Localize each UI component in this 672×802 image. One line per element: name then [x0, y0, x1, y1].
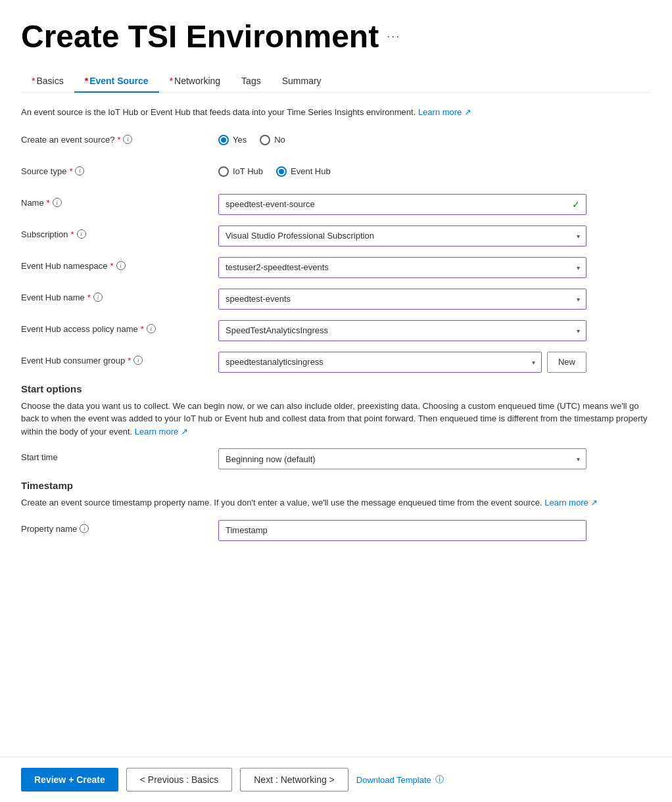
event-hub-consumer-group-select-wrapper: speedtestanalyticsingress ▾ [218, 352, 542, 373]
timestamp-header: Timestamp [21, 480, 651, 491]
event-hub-consumer-group-info-icon[interactable]: i [133, 356, 143, 365]
property-name-label: Property name i [21, 520, 218, 534]
tab-tags[interactable]: Tags [231, 70, 272, 93]
create-event-source-row: Create an event source? * i Yes No [21, 131, 651, 152]
event-hub-access-policy-select[interactable]: SpeedTestAnalyticsIngress [218, 320, 587, 341]
start-options-learn-more-link[interactable]: Learn more ↗ [135, 427, 188, 436]
start-time-control: Beginning now (default) ▾ [218, 448, 587, 469]
event-hub-name-row: Event Hub name * i speedtest-events ▾ [21, 289, 651, 310]
page-description: An event source is the IoT Hub or Event … [21, 106, 651, 119]
source-type-eventhub[interactable]: Event Hub [276, 166, 331, 177]
main-content: Create TSI Environment ··· *Basics *Even… [0, 0, 672, 757]
timestamp-section: Timestamp Create an event source timesta… [21, 480, 651, 541]
review-create-button[interactable]: Review + Create [21, 768, 118, 791]
radio-eventhub-circle [276, 166, 287, 177]
event-hub-consumer-group-label: Event Hub consumer group * i [21, 352, 218, 366]
tab-summary[interactable]: Summary [272, 70, 332, 93]
create-event-source-control: Yes No [218, 131, 587, 145]
radio-yes-circle [218, 135, 229, 145]
event-hub-access-policy-label: Event Hub access policy name * i [21, 320, 218, 334]
name-label: Name * i [21, 194, 218, 208]
consumer-group-row: speedtestanalyticsingress ▾ New [218, 352, 587, 373]
event-hub-access-policy-info-icon[interactable]: i [147, 324, 156, 333]
name-input-wrapper: ✓ [218, 194, 587, 215]
subscription-row: Subscription * i Visual Studio Professio… [21, 225, 651, 247]
create-event-source-no[interactable]: No [260, 135, 285, 145]
event-hub-consumer-group-select[interactable]: speedtestanalyticsingress [218, 352, 542, 373]
start-time-row: Start time Beginning now (default) ▾ [21, 448, 651, 469]
event-hub-access-policy-row: Event Hub access policy name * i SpeedTe… [21, 320, 651, 341]
name-input[interactable] [218, 194, 587, 215]
page-title-row: Create TSI Environment ··· [21, 18, 651, 55]
radio-no-circle [260, 135, 270, 145]
page-container: Create TSI Environment ··· *Basics *Even… [0, 0, 672, 802]
start-time-label: Start time [21, 448, 218, 462]
footer: Review + Create < Previous : Basics Next… [0, 757, 672, 802]
create-event-source-label: Create an event source? * i [21, 131, 218, 145]
name-control: ✓ [218, 194, 587, 215]
subscription-select-wrapper: Visual Studio Professional Subscription … [218, 225, 587, 247]
page-title: Create TSI Environment [21, 18, 379, 55]
subscription-info-icon[interactable]: i [77, 229, 86, 239]
timestamp-description: Create an event source timestamp propert… [21, 496, 651, 509]
source-type-control: IoT Hub Event Hub [218, 162, 587, 177]
name-valid-icon: ✓ [572, 199, 580, 210]
name-info-icon[interactable]: i [53, 198, 62, 207]
previous-button[interactable]: < Previous : Basics [126, 768, 232, 791]
property-name-control [218, 520, 587, 541]
property-name-input[interactable] [218, 520, 587, 541]
property-name-info-icon[interactable]: i [80, 524, 89, 533]
source-type-iothub[interactable]: IoT Hub [218, 166, 263, 177]
create-event-source-radio-group: Yes No [218, 131, 587, 145]
event-source-required-star: * [85, 76, 88, 86]
event-hub-namespace-select-wrapper: testuser2-speedtest-events ▾ [218, 257, 587, 278]
event-hub-namespace-label: Event Hub namespace * i [21, 257, 218, 271]
event-hub-consumer-group-row: Event Hub consumer group * i speedtestan… [21, 352, 651, 373]
event-hub-name-select[interactable]: speedtest-events [218, 289, 587, 310]
start-time-select-wrapper: Beginning now (default) ▾ [218, 448, 587, 469]
start-time-select[interactable]: Beginning now (default) [218, 448, 587, 469]
event-hub-namespace-control: testuser2-speedtest-events ▾ [218, 257, 587, 278]
learn-more-link-description[interactable]: Learn more ↗ [418, 107, 471, 117]
new-consumer-group-button[interactable]: New [547, 352, 587, 373]
timestamp-learn-more-link[interactable]: Learn more ↗ [544, 498, 598, 507]
event-hub-name-select-wrapper: speedtest-events ▾ [218, 289, 587, 310]
subscription-select[interactable]: Visual Studio Professional Subscription [218, 225, 587, 247]
event-hub-namespace-row: Event Hub namespace * i testuser2-speedt… [21, 257, 651, 278]
next-button[interactable]: Next : Networking > [240, 768, 348, 791]
event-hub-name-label: Event Hub name * i [21, 289, 218, 302]
download-template-button[interactable]: Download Template ⓘ [356, 774, 444, 786]
source-type-radio-group: IoT Hub Event Hub [218, 162, 587, 177]
tab-basics[interactable]: *Basics [21, 70, 74, 93]
page-title-dots[interactable]: ··· [387, 30, 400, 43]
start-options-description: Choose the data you want us to collect. … [21, 400, 651, 438]
subscription-label: Subscription * i [21, 225, 218, 239]
property-name-row: Property name i [21, 520, 651, 541]
source-type-row: Source type * i IoT Hub Event Hub [21, 162, 651, 183]
tabs-bar: *Basics *Event Source *Networking Tags S… [21, 70, 651, 93]
create-event-source-info-icon[interactable]: i [123, 135, 132, 144]
name-row: Name * i ✓ [21, 194, 651, 215]
tab-networking[interactable]: *Networking [159, 70, 231, 93]
download-info-icon: ⓘ [435, 774, 444, 786]
start-options-header: Start options [21, 383, 651, 394]
event-hub-namespace-info-icon[interactable]: i [116, 261, 126, 270]
networking-required-star: * [170, 76, 173, 86]
event-hub-name-info-icon[interactable]: i [93, 293, 103, 302]
event-hub-access-policy-select-wrapper: SpeedTestAnalyticsIngress ▾ [218, 320, 587, 341]
property-name-input-wrapper [218, 520, 587, 541]
event-hub-name-control: speedtest-events ▾ [218, 289, 587, 310]
basics-required-star: * [32, 76, 35, 86]
create-event-source-yes[interactable]: Yes [218, 135, 247, 145]
event-hub-consumer-group-control: speedtestanalyticsingress ▾ New [218, 352, 587, 373]
subscription-control: Visual Studio Professional Subscription … [218, 225, 587, 247]
source-type-info-icon[interactable]: i [75, 166, 84, 176]
event-hub-namespace-select[interactable]: testuser2-speedtest-events [218, 257, 587, 278]
start-options-section: Start options Choose the data you want u… [21, 383, 651, 470]
source-type-label: Source type * i [21, 162, 218, 176]
radio-iothub-circle [218, 166, 229, 177]
event-hub-access-policy-control: SpeedTestAnalyticsIngress ▾ [218, 320, 587, 341]
tab-event-source[interactable]: *Event Source [74, 70, 159, 93]
